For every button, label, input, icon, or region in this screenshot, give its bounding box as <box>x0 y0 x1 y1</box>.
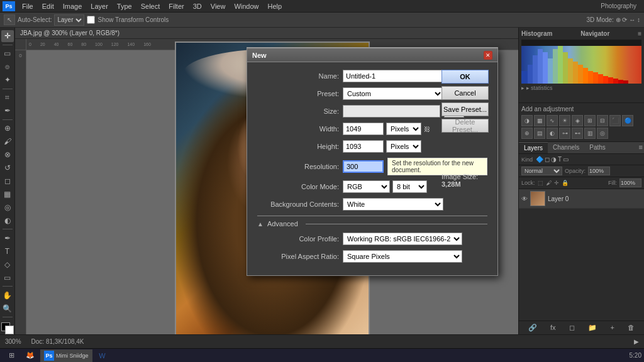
taskbar-ps[interactable]: Ps Mimi Sniidge <box>40 349 92 362</box>
menu-file[interactable]: File <box>18 1 38 11</box>
layers-panel-menu[interactable]: ≡ <box>638 142 644 153</box>
color-lookup-icon[interactable]: ▤ <box>534 128 545 139</box>
color-mode-select[interactable]: RGB <box>343 180 390 193</box>
cancel-button[interactable]: Cancel <box>441 86 489 100</box>
layer-visibility-icon[interactable]: 👁 <box>521 195 528 202</box>
ok-button[interactable]: OK <box>441 70 489 84</box>
marquee-tool[interactable]: ▭ <box>1 48 14 60</box>
filter-kind-icon[interactable]: 🔷 <box>536 156 543 163</box>
dialog-close-button[interactable]: ✕ <box>484 51 492 60</box>
blur-tool[interactable]: ◎ <box>1 201 14 213</box>
hand-tool[interactable]: ✋ <box>1 289 14 301</box>
menu-window[interactable]: Window <box>230 1 263 11</box>
move-tool[interactable]: ✛ <box>1 30 14 42</box>
name-input[interactable] <box>343 70 443 82</box>
menu-select[interactable]: Select <box>136 1 165 11</box>
preset-select[interactable]: Custom <box>343 87 443 100</box>
background-color[interactable] <box>5 326 14 334</box>
transform-checkbox[interactable] <box>87 16 95 24</box>
delete-preset-button[interactable]: Delete Preset... <box>441 119 489 133</box>
curves-icon[interactable]: ∿ <box>547 115 558 126</box>
color-boxes[interactable] <box>1 322 14 334</box>
gradient-tool[interactable]: ▦ <box>1 189 14 200</box>
vibrance-icon[interactable]: ◈ <box>572 115 583 126</box>
menu-help[interactable]: Help <box>264 1 287 11</box>
tab-paths[interactable]: Paths <box>584 142 611 153</box>
width-input[interactable] <box>343 123 384 135</box>
clone-tool[interactable]: ⊗ <box>1 149 14 161</box>
document-tab[interactable]: JBA.jpg @ 300% (Layer 0, RGB/8*) <box>15 28 518 39</box>
taskbar-start[interactable]: ⊞ <box>3 349 20 362</box>
filter-adj-icon[interactable]: ◑ <box>551 156 557 163</box>
delete-layer-icon[interactable]: 🗑 <box>628 324 635 332</box>
bw-icon[interactable]: ⬛ <box>609 115 621 126</box>
opacity-input[interactable] <box>588 167 610 175</box>
lasso-tool[interactable]: ⌾ <box>1 61 14 73</box>
menu-layer[interactable]: Layer <box>86 1 113 11</box>
menu-edit[interactable]: Edit <box>38 1 58 11</box>
photo-filter-icon[interactable]: 🔵 <box>622 115 633 126</box>
add-style-icon[interactable]: fx <box>550 324 556 332</box>
lock-all-icon[interactable]: 🔒 <box>562 180 569 186</box>
invert-icon[interactable]: ◐ <box>547 128 558 139</box>
zoom-tool[interactable]: 🔍 <box>1 302 14 314</box>
menu-type[interactable]: Type <box>113 1 136 11</box>
lock-transparent-icon[interactable]: ⬚ <box>538 180 543 186</box>
threshold-icon[interactable]: ⊷ <box>572 128 583 139</box>
new-group-icon[interactable]: 📁 <box>588 324 597 332</box>
menu-image[interactable]: Image <box>58 1 87 11</box>
brightness-contrast-icon[interactable]: ◑ <box>521 115 533 126</box>
menu-3d[interactable]: 3D <box>189 1 206 11</box>
auto-select-dropdown[interactable]: Layer <box>54 14 84 26</box>
tab-channels[interactable]: Channels <box>548 142 584 153</box>
blend-mode-select[interactable]: Normal <box>521 167 562 175</box>
taskbar-word[interactable]: W <box>94 349 111 362</box>
menu-filter[interactable]: Filter <box>164 1 188 11</box>
width-chain-icon[interactable]: ⛓ <box>424 126 430 133</box>
bit-depth-select[interactable]: 8 bit <box>392 180 427 193</box>
filter-shape-icon[interactable]: ▭ <box>563 156 569 163</box>
history-tool[interactable]: ↺ <box>1 162 14 174</box>
pen-tool[interactable]: ✒ <box>1 232 14 244</box>
size-input[interactable] <box>343 105 440 118</box>
width-unit-select[interactable]: Pixels <box>386 123 421 135</box>
color-balance-icon[interactable]: ⊟ <box>597 115 608 126</box>
eraser-tool[interactable]: ◻ <box>1 175 14 187</box>
menu-view[interactable]: View <box>206 1 230 11</box>
height-unit-select[interactable]: Pixels <box>386 140 421 153</box>
link-layers-icon[interactable]: 🔗 <box>528 324 537 332</box>
height-input[interactable] <box>343 140 384 153</box>
path-tool[interactable]: ◇ <box>1 258 14 270</box>
crop-tool[interactable]: ⌗ <box>1 92 14 104</box>
lock-paint-icon[interactable]: 🖌 <box>546 180 552 186</box>
color-profile-select[interactable]: Working RGB: sRGB IEC61966-2.1 <box>343 233 462 245</box>
brush-tool[interactable]: 🖌 <box>1 136 14 148</box>
new-layer-icon[interactable]: + <box>611 324 614 332</box>
layer-0-item[interactable]: 👁 Layer 0 <box>519 189 644 209</box>
add-mask-icon[interactable]: ◻ <box>569 324 575 332</box>
filter-pixel-icon[interactable]: ◻ <box>545 156 550 163</box>
healing-tool[interactable]: ⊕ <box>1 123 14 134</box>
hsl-icon[interactable]: ⊞ <box>584 115 596 126</box>
taskbar-firefox[interactable]: 🦊 <box>21 349 39 362</box>
eyedropper-tool[interactable]: ✒ <box>1 105 14 117</box>
gradient-map-icon[interactable]: ▥ <box>584 128 596 139</box>
exposure-icon[interactable]: ☀ <box>559 115 570 126</box>
levels-icon[interactable]: ▦ <box>534 115 545 126</box>
shape-tool[interactable]: ▭ <box>1 272 14 283</box>
filter-text-icon[interactable]: T <box>558 156 562 163</box>
resolution-input[interactable] <box>343 160 384 173</box>
histogram-menu-icon[interactable]: ≡ <box>638 30 641 37</box>
selective-color-icon[interactable]: ◎ <box>597 128 608 139</box>
channel-mixer-icon[interactable]: ⊕ <box>521 128 533 139</box>
bg-contents-select[interactable]: White <box>343 198 443 211</box>
pixel-aspect-select[interactable]: Square Pixels <box>343 250 462 263</box>
tab-layers[interactable]: Layers <box>519 142 548 153</box>
move-tool-option[interactable]: ↖ <box>4 14 15 25</box>
advanced-header[interactable]: ▲ Advanced <box>257 220 487 228</box>
lock-move-icon[interactable]: ✛ <box>554 180 559 186</box>
navigate-icon[interactable]: ▶ <box>634 338 639 345</box>
save-preset-button[interactable]: Save Preset... <box>441 102 489 116</box>
posterize-icon[interactable]: ⊶ <box>559 128 570 139</box>
dodge-tool[interactable]: ◐ <box>1 214 14 226</box>
